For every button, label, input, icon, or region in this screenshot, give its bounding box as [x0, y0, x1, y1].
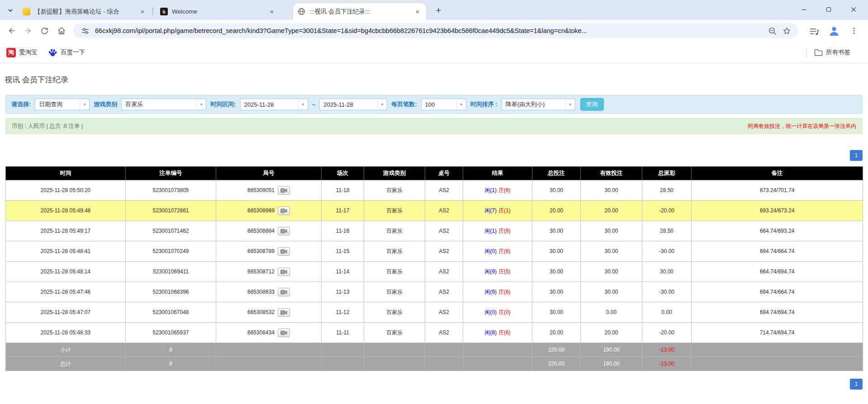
browser-toolbar: 66cxkj98.com/ipl/portal.php/game/betreco…	[0, 20, 868, 42]
pagination-page-1-bottom[interactable]: 1	[850, 379, 863, 390]
forward-button[interactable]	[22, 24, 34, 37]
back-button[interactable]	[5, 24, 18, 37]
cell-game-type: 百家乐	[364, 241, 425, 262]
result-player: 闲(7)	[484, 207, 497, 214]
profile-avatar[interactable]	[828, 24, 840, 37]
close-tab-icon[interactable]: ×	[138, 8, 147, 16]
cell-bet-id: 523001065937	[126, 323, 216, 343]
cell-total-bet[interactable]: 30.00	[532, 180, 581, 201]
chevron-down-icon[interactable]: ▼	[298, 99, 308, 110]
back-arrow-icon	[7, 26, 16, 35]
bet-record-row: 2025-11-28 05:49:48523001072661665308969…	[6, 201, 863, 221]
url-text[interactable]: 66cxkj98.com/ipl/portal.php/game/betreco…	[95, 27, 762, 34]
media-playlist-icon	[810, 28, 819, 36]
cell-total-bet[interactable]: 30.00	[532, 282, 581, 302]
cell-payout: 30.00	[642, 262, 692, 282]
date-from-select[interactable]: 2025-11-28 ▼	[240, 99, 308, 110]
video-replay-button[interactable]	[278, 308, 290, 317]
bet-record-row: 2025-11-28 05:50:20523001073805665309051…	[6, 180, 863, 201]
cell-payout: 28.50	[642, 221, 692, 241]
welcome-favicon-icon: ♞	[160, 8, 168, 15]
cell-time: 2025-11-28 05:49:48	[6, 201, 126, 221]
pagination-page-1-top[interactable]: 1	[850, 150, 863, 161]
time-sort-select[interactable]: 降幂(由大到小) ▼	[502, 99, 575, 110]
bookmark-aitaobao[interactable]: 淘 爱淘宝	[6, 47, 38, 58]
zoom-out-icon[interactable]	[767, 25, 778, 36]
cell-payout: -20.00	[642, 323, 692, 343]
bookmark-baidu[interactable]: 百度一下	[48, 47, 85, 58]
cell-valid-bet: 30.00	[581, 180, 642, 201]
cell-round-id: 665308434	[216, 323, 322, 343]
cell-note: 694.74/694.74	[692, 302, 863, 323]
video-replay-button[interactable]	[278, 288, 290, 296]
result-banker: 庄(6)	[498, 289, 511, 295]
date-to-select[interactable]: 2025-11-28 ▼	[319, 99, 387, 110]
date-tilde: ~	[312, 101, 316, 108]
home-icon	[57, 26, 66, 35]
cell-round-id: 665309051	[216, 180, 322, 201]
close-window-button[interactable]	[843, 0, 864, 19]
cell-total-bet[interactable]: 30.00	[532, 221, 581, 241]
address-bar[interactable]: 66cxkj98.com/ipl/portal.php/game/betreco…	[73, 23, 798, 38]
round-id: 665309051	[247, 187, 275, 193]
minimize-button[interactable]	[793, 0, 815, 19]
query-button[interactable]: 查询	[580, 98, 604, 111]
video-replay-button[interactable]	[278, 227, 290, 235]
summary-cell: 8	[126, 343, 216, 357]
cell-total-bet[interactable]: 20.00	[532, 201, 581, 221]
summary-cell: 8	[126, 357, 216, 371]
cell-bet-id: 523001069411	[126, 262, 216, 282]
close-tab-icon[interactable]: ×	[268, 8, 276, 16]
site-settings-icon[interactable]	[80, 25, 90, 36]
cell-game-type: 百家乐	[364, 302, 425, 323]
round-id: 665308884	[247, 227, 275, 234]
chevron-down-icon[interactable]: ▼	[456, 99, 466, 110]
bet-records-table: 时间注单编号局号场次游戏类别桌号结果总投注有效投注总派彩备注 2025-11-2…	[5, 166, 863, 371]
cell-bet-id: 523001070249	[126, 241, 216, 262]
bookmark-star-icon[interactable]	[781, 25, 792, 36]
close-tab-icon[interactable]: ×	[413, 8, 422, 16]
cell-total-bet[interactable]: 20.00	[532, 323, 581, 343]
tab-bet-records[interactable]: :::视讯 会员下注纪录::: ×	[293, 3, 426, 20]
tab-welcome[interactable]: ♞ Welcome ×	[156, 3, 280, 20]
cell-note: 664.74/694.74	[692, 262, 863, 282]
page-size-select[interactable]: 100 ▼	[421, 99, 466, 110]
video-replay-button[interactable]	[278, 329, 290, 337]
cell-session: 11-14	[322, 262, 364, 282]
chevron-down-icon[interactable]: ▼	[377, 99, 387, 110]
column-header: 总派彩	[642, 167, 692, 180]
summary-cell	[425, 343, 463, 357]
maximize-button[interactable]	[818, 0, 840, 19]
video-replay-button[interactable]	[278, 186, 290, 195]
result-player: 闲(9)	[484, 268, 497, 275]
tab-forum[interactable]: 【新提醒】海燕策略论坛 - 综合 ×	[18, 3, 151, 20]
cell-payout: 0.00	[642, 302, 692, 323]
video-replay-button[interactable]	[278, 207, 290, 215]
chevron-down-icon[interactable]: ▼	[196, 99, 206, 110]
media-controls-button[interactable]	[808, 25, 821, 38]
video-camera-icon	[280, 208, 287, 213]
video-replay-button[interactable]	[278, 247, 290, 256]
cell-total-bet[interactable]: 30.00	[532, 241, 581, 262]
chevron-down-icon[interactable]: ▼	[565, 99, 575, 110]
round-id: 665308969	[247, 207, 275, 213]
cell-total-bet[interactable]: 30.00	[532, 262, 581, 282]
cell-bet-id: 523001072661	[126, 201, 216, 221]
reload-icon	[40, 27, 49, 35]
video-replay-button[interactable]	[278, 268, 290, 276]
all-bookmarks-button[interactable]: 所有书签	[814, 47, 850, 58]
video-camera-icon	[280, 188, 287, 193]
video-camera-icon	[280, 269, 287, 274]
chevron-down-icon[interactable]: ▼	[80, 99, 89, 110]
new-tab-button[interactable]: +	[432, 4, 445, 16]
tab-search-button[interactable]	[5, 5, 16, 16]
browser-menu-button[interactable]	[848, 24, 860, 37]
game-type-select[interactable]: 百家乐 ▼	[121, 99, 206, 110]
home-button[interactable]	[55, 24, 68, 37]
cell-game-type: 百家乐	[364, 180, 425, 201]
column-header: 结果	[463, 167, 532, 180]
reload-button[interactable]	[38, 24, 51, 37]
cell-total-bet[interactable]: 30.00	[532, 302, 581, 323]
query-type-select[interactable]: 日期查询 ▼	[35, 99, 90, 110]
column-header: 游戏类别	[364, 167, 425, 180]
